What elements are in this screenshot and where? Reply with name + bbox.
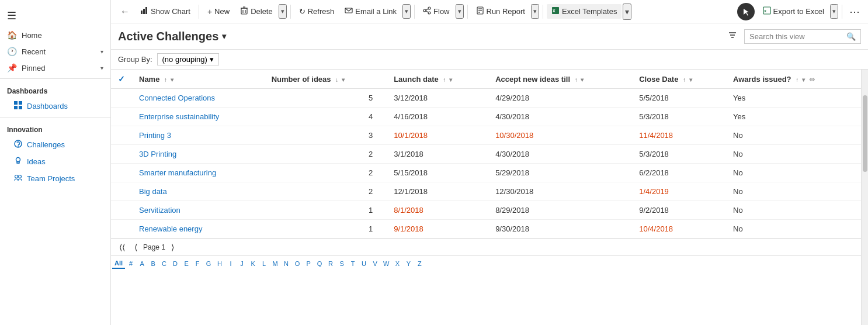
alpha-item-w[interactable]: W xyxy=(381,259,391,268)
col-header-ideas[interactable]: Number of ideas ↓ ▾ xyxy=(265,70,387,89)
alpha-item-v[interactable]: V xyxy=(370,259,380,268)
sidebar-item-challenges[interactable]: Challenges xyxy=(0,136,110,153)
sidebar-item-team-projects[interactable]: Team Projects xyxy=(0,170,110,187)
header-check-icon[interactable]: ✓ xyxy=(118,74,125,84)
svg-point-21 xyxy=(428,12,430,14)
alpha-item-l[interactable]: L xyxy=(259,259,269,268)
row-name-2[interactable]: Printing 3 xyxy=(132,126,265,145)
sidebar-item-dashboards[interactable]: Dashboards xyxy=(0,98,110,115)
row-name-6[interactable]: Servitization xyxy=(132,201,265,220)
alpha-item-x[interactable]: X xyxy=(392,259,402,268)
row-name-7[interactable]: Renewable energy xyxy=(132,220,265,238)
sidebar-item-ideas[interactable]: Ideas xyxy=(0,153,110,170)
close-col-menu-icon[interactable]: ▾ xyxy=(689,77,692,83)
alpha-item-d[interactable]: D xyxy=(170,259,180,268)
groupby-select[interactable]: (no grouping) ▾ xyxy=(157,53,219,65)
search-box: 🔍 xyxy=(744,29,861,44)
first-page-button[interactable]: ⟨⟨ xyxy=(116,241,129,253)
row-checkbox-3[interactable] xyxy=(111,145,132,164)
next-page-button[interactable]: ⟩ xyxy=(168,241,178,253)
alpha-item-h[interactable]: H xyxy=(214,259,225,268)
alpha-item-e[interactable]: E xyxy=(181,259,192,268)
col-header-name[interactable]: Name ↑ ▾ xyxy=(132,70,265,89)
row-name-0[interactable]: Connected Operations xyxy=(132,89,265,108)
scrollbar-thumb[interactable] xyxy=(863,95,867,172)
scrollbar[interactable] xyxy=(861,70,868,325)
sidebar-item-recent[interactable]: 🕐 Recent ▾ xyxy=(0,43,110,60)
delete-chevron[interactable]: ▾ xyxy=(279,4,287,19)
alpha-item-all[interactable]: All xyxy=(112,258,125,269)
ideas-col-menu-icon[interactable]: ▾ xyxy=(342,77,345,83)
row-checkbox-5[interactable] xyxy=(111,182,132,201)
flow-button[interactable]: Flow xyxy=(418,4,454,19)
row-name-1[interactable]: Enterprise sustainability xyxy=(132,108,265,126)
alpha-item-a[interactable]: A xyxy=(137,259,147,268)
alpha-item-p[interactable]: P xyxy=(303,259,314,268)
refresh-button[interactable]: ↻ Refresh xyxy=(294,5,339,18)
alpha-item-n[interactable]: N xyxy=(281,259,291,268)
col-header-accept[interactable]: Accept new ideas till ↑ ▾ xyxy=(488,70,632,89)
new-button[interactable]: + New xyxy=(203,5,234,19)
alpha-item-r[interactable]: R xyxy=(325,259,336,268)
name-col-menu-icon[interactable]: ▾ xyxy=(171,77,173,83)
alpha-item-m[interactable]: M xyxy=(270,259,280,268)
delete-button[interactable]: Delete xyxy=(235,4,277,19)
col-header-awards[interactable]: Awards issued? ↑ ▾ ⇔ xyxy=(726,70,861,89)
alpha-item-u[interactable]: U xyxy=(359,259,369,268)
row-ideas-3: 2 xyxy=(265,145,387,164)
svg-rect-2 xyxy=(14,106,18,109)
excel-templates-icon: X xyxy=(551,6,560,16)
sidebar-item-pinned[interactable]: 📌 Pinned ▾ xyxy=(0,60,110,76)
prev-page-button[interactable]: ⟨ xyxy=(131,241,141,253)
run-report-chevron[interactable]: ▾ xyxy=(531,4,539,19)
excel-templates-button[interactable]: X Excel Templates xyxy=(547,4,622,19)
alpha-item-t[interactable]: T xyxy=(348,259,358,268)
row-checkbox-6[interactable] xyxy=(111,201,132,220)
alpha-item-b[interactable]: B xyxy=(148,259,158,268)
alpha-item-q[interactable]: Q xyxy=(314,259,325,268)
run-report-button[interactable]: Run Report xyxy=(471,4,530,19)
alpha-item-s[interactable]: S xyxy=(336,259,347,268)
email-chevron[interactable]: ▾ xyxy=(402,4,411,19)
alpha-item-c[interactable]: C xyxy=(159,259,169,268)
back-button[interactable]: ← xyxy=(116,4,134,19)
alpha-item-#[interactable]: # xyxy=(126,259,136,268)
row-checkbox-4[interactable] xyxy=(111,164,132,182)
filter-icon[interactable] xyxy=(725,28,739,44)
row-name-3[interactable]: 3D Printing xyxy=(132,145,265,164)
sidebar-item-home[interactable]: 🏠 Home xyxy=(0,27,110,43)
alpha-item-f[interactable]: F xyxy=(192,259,203,268)
launch-col-menu-icon[interactable]: ▾ xyxy=(449,77,452,83)
alpha-item-k[interactable]: K xyxy=(248,259,258,268)
excel-templates-chevron[interactable]: ▾ xyxy=(623,4,631,20)
col-header-launch[interactable]: Launch date ↑ ▾ xyxy=(387,70,488,89)
alpha-item-j[interactable]: J xyxy=(237,259,247,268)
more-options-button[interactable]: ⋯ xyxy=(846,3,863,20)
row-checkbox-0[interactable] xyxy=(111,89,132,108)
show-chart-button[interactable]: Show Chart xyxy=(136,4,195,19)
row-checkbox-2[interactable] xyxy=(111,126,132,145)
awards-col-menu-icon[interactable]: ▾ xyxy=(802,77,805,83)
alpha-item-i[interactable]: I xyxy=(225,259,236,268)
alpha-item-z[interactable]: Z xyxy=(414,259,425,268)
col-resize-icon[interactable]: ⇔ xyxy=(809,75,815,84)
alpha-item-y[interactable]: Y xyxy=(403,259,414,268)
email-link-button[interactable]: Email a Link xyxy=(340,4,401,19)
awards-sort-icon: ↑ xyxy=(796,77,798,83)
hamburger-icon[interactable]: ☰ xyxy=(0,5,110,27)
search-input[interactable] xyxy=(749,32,844,41)
page-title-chevron-icon[interactable]: ▾ xyxy=(222,32,226,41)
search-icon[interactable]: 🔍 xyxy=(846,32,856,41)
row-checkbox-7[interactable] xyxy=(111,220,132,238)
export-excel-chevron[interactable]: ▾ xyxy=(830,4,838,19)
row-name-5[interactable]: Big data xyxy=(132,182,265,201)
groupby-label: Group By: xyxy=(118,55,152,64)
accept-col-menu-icon[interactable]: ▾ xyxy=(581,77,584,83)
alpha-item-g[interactable]: G xyxy=(203,259,214,268)
flow-chevron[interactable]: ▾ xyxy=(456,4,464,19)
alpha-item-o[interactable]: O xyxy=(292,259,303,268)
row-checkbox-1[interactable] xyxy=(111,108,132,126)
export-to-excel-button[interactable]: X Export to Excel xyxy=(758,4,829,19)
col-header-close[interactable]: Close Date ↑ ▾ xyxy=(632,70,726,89)
row-name-4[interactable]: Smarter manufacturing xyxy=(132,164,265,182)
